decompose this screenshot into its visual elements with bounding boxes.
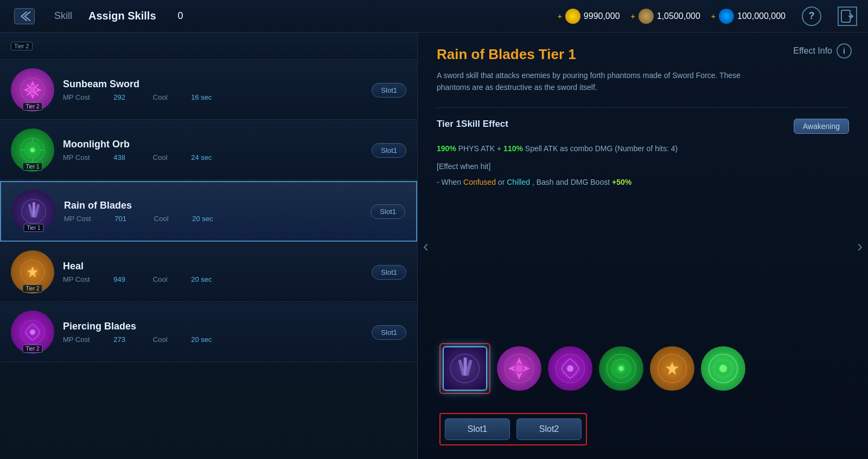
nav-arrow-right[interactable]: ›: [857, 237, 863, 255]
skill-item-sunbeam-sword[interactable]: Tier 2 Sunbeam Sword MP Cost 292 Cool 16…: [0, 61, 417, 120]
svg-point-31: [618, 366, 624, 371]
icon-row-piercing[interactable]: [548, 346, 592, 391]
exit-button[interactable]: [838, 7, 857, 26]
nav-assign-skills[interactable]: Assign Skills: [88, 10, 156, 22]
slot2-button[interactable]: Slot2: [516, 418, 582, 440]
icon-row-green-orb[interactable]: [701, 346, 745, 391]
svg-point-19: [30, 329, 35, 335]
skill-item-partial: Tier 2: [0, 33, 417, 60]
gold-currency: + 9990,000: [558, 9, 620, 24]
effect-text: 190% PHYS ATK + 110% Spell ATK as combo …: [437, 142, 849, 190]
awakening-button[interactable]: Awakening: [794, 119, 849, 134]
skill-item-moonlight-orb[interactable]: Tier 1 Moonlight Orb MP Cost 438 Cool 24…: [0, 121, 417, 180]
skill-stats-sunbeam: MP Cost 292 Cool 16 sec: [63, 93, 363, 101]
skill-icons-row: [439, 343, 745, 394]
tier-badge-moonlight: Tier 1: [22, 163, 42, 171]
icon-row-heal[interactable]: [650, 346, 694, 391]
skill-info-rain: Rain of Blades MP Cost 701 Cool 20 sec: [64, 200, 362, 223]
tier-badge-rain: Tier 1: [23, 224, 43, 232]
silver-icon: [639, 9, 654, 24]
tier-effect-header: Tier 1Skill Effect Awakening: [437, 119, 849, 134]
skill-list-panel: Tier 2: [0, 33, 418, 459]
skill-list: Tier 2: [0, 33, 417, 362]
skill-name-rain: Rain of Blades: [64, 200, 362, 211]
slot-buttons-row: Slot1 Slot2: [439, 413, 587, 445]
skill-item-piercing-blades[interactable]: Tier 2 Piercing Blades MP Cost 273 Cool …: [0, 303, 417, 362]
icon-row-sunbeam[interactable]: [497, 346, 541, 391]
skill-icon-wrap-heal: Tier 2: [11, 250, 54, 294]
skill-name-heal: Heal: [63, 261, 363, 272]
tier-effect-title: Tier 1Skill Effect: [437, 119, 508, 130]
blue-icon: [719, 9, 734, 24]
info-icon: i: [837, 43, 852, 59]
slot-badge-rain[interactable]: Slot1: [371, 204, 405, 219]
effect-line1: 190% PHYS ATK + 110% Spell ATK as combo …: [437, 142, 849, 156]
skill-stats-piercing: MP Cost 273 Cool 20 sec: [63, 335, 363, 344]
skill-detail-panel: Effect Info i Rain of Blades Tier 1 A sw…: [418, 33, 868, 459]
nav-arrow-left[interactable]: ‹: [423, 237, 429, 255]
selected-rain-icon[interactable]: [443, 346, 487, 391]
svg-point-35: [719, 365, 727, 372]
skill-stats-heal: MP Cost 949 Cool 20 sec: [63, 275, 363, 283]
gold-icon: [565, 9, 580, 24]
skill-item-heal[interactable]: Tier 2 Heal MP Cost 949 Cool 20 sec Slot…: [0, 243, 417, 302]
effect-info-label: Effect Info: [793, 46, 832, 56]
selected-skill-icon-box: [439, 343, 490, 394]
skill-stats-moonlight: MP Cost 438 Cool 24 sec: [63, 153, 363, 161]
skill-icon-wrap-sunbeam: Tier 2: [11, 68, 54, 112]
skill-name-piercing: Piercing Blades: [63, 321, 363, 332]
skill-detail-description: A sword skill that attacks enemies by po…: [437, 69, 762, 94]
svg-point-11: [30, 148, 35, 152]
skill-info-piercing: Piercing Blades MP Cost 273 Cool 20 sec: [63, 321, 363, 344]
skill-icon-wrap-rain: Tier 1: [12, 190, 55, 233]
tier-badge-piercing: Tier 2: [22, 345, 42, 353]
currency-display: + 9990,000 + 1,0500,000 + 100,000,000: [558, 9, 786, 24]
tier-badge-sunbeam: Tier 2: [22, 102, 42, 111]
skill-stats-rain: MP Cost 701 Cool 20 sec: [64, 215, 362, 223]
tier-badge-heal: Tier 2: [22, 285, 42, 293]
slot-badge-sunbeam[interactable]: Slot1: [372, 83, 406, 98]
skill-info-sunbeam: Sunbeam Sword MP Cost 292 Cool 16 sec: [63, 79, 363, 101]
effect-info-button[interactable]: Effect Info i: [793, 43, 852, 59]
blue-currency: + 100,000,000: [711, 9, 786, 24]
effect-line3: - When Confused or Chilled , Bash and DM…: [437, 176, 849, 189]
skill-icon-wrap-piercing: Tier 2: [11, 311, 54, 354]
skill-info-heal: Heal MP Cost 949 Cool 20 sec: [63, 261, 363, 283]
effect-line2: [Effect when hit]: [437, 160, 849, 173]
svg-point-27: [567, 365, 573, 372]
main-content: Tier 2: [0, 33, 868, 459]
divider: [437, 107, 849, 108]
icon-row-moonlight[interactable]: [599, 346, 643, 391]
help-button[interactable]: ?: [802, 7, 821, 26]
partial-tier-badge: Tier 2: [11, 42, 33, 50]
silver-currency: + 1,0500,000: [631, 9, 700, 24]
nav-count: 0: [178, 10, 183, 22]
nav-skill-link[interactable]: Skill: [54, 10, 72, 22]
svg-point-25: [515, 365, 523, 372]
skill-info-moonlight: Moonlight Orb MP Cost 438 Cool 24 sec: [63, 139, 363, 161]
skill-item-rain-of-blades[interactable]: Tier 1 Rain of Blades MP Cost 701 Cool 2…: [0, 181, 417, 242]
skill-icon-wrap-moonlight: Tier 1: [11, 128, 54, 172]
skill-name-sunbeam: Sunbeam Sword: [63, 79, 363, 90]
back-button[interactable]: [11, 5, 38, 27]
slot1-button[interactable]: Slot1: [445, 418, 510, 440]
slot-badge-moonlight[interactable]: Slot1: [372, 143, 406, 158]
skill-name-moonlight: Moonlight Orb: [63, 139, 363, 150]
slot-badge-heal[interactable]: Slot1: [372, 265, 406, 280]
slot-badge-piercing[interactable]: Slot1: [372, 325, 406, 340]
top-navigation: Skill Assign Skills 0 + 9990,000 + 1,050…: [0, 0, 868, 33]
skill-detail-title: Rain of Blades Tier 1: [437, 46, 849, 63]
